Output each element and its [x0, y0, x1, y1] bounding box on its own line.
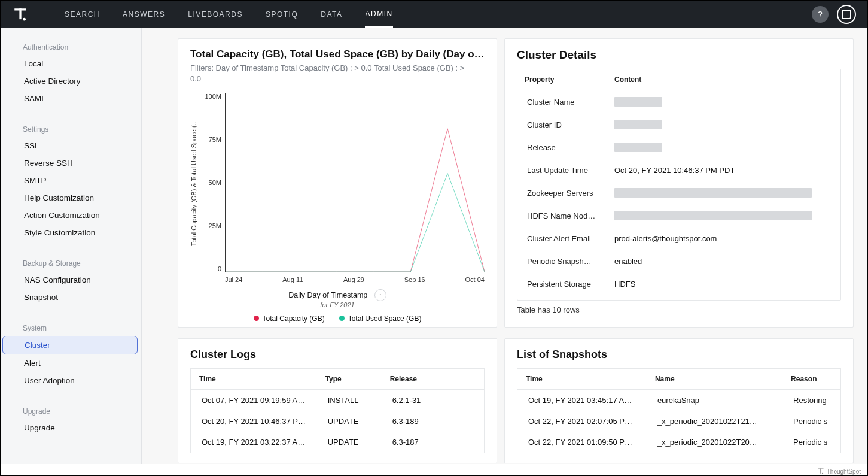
help-button[interactable]: ? — [812, 6, 829, 23]
logs-table: TimeTypeRelease Oct 07, FY 2021 09:19:59… — [190, 368, 485, 453]
sidebar-item-nas-configuration[interactable]: NAS Configuration — [2, 271, 138, 289]
snaps-cell: _x_periodic_20201022T20… — [647, 432, 782, 453]
table-row[interactable]: Oct 19, FY 2021 03:45:17 A…eurekaSnapRes… — [517, 390, 841, 411]
details-property: Zookeeper Servers — [517, 184, 607, 202]
details-row: Persistent StorageHDFS — [517, 272, 840, 295]
legend-item[interactable]: Total Capacity (GB) — [254, 314, 325, 323]
xtick: Oct 04 — [465, 276, 485, 283]
logs-cell: Oct 20, FY 2021 10:46:37 P… — [191, 411, 317, 432]
footer-logo-icon — [817, 468, 824, 475]
details-row: Release — [517, 136, 840, 159]
details-header-content: Content — [607, 69, 840, 90]
svg-point-2 — [23, 18, 26, 21]
sidebar-item-help-customization[interactable]: Help Customization — [2, 189, 138, 207]
snaps-cell: Restoring — [782, 390, 840, 411]
sidebar-item-smtp[interactable]: SMTP — [2, 172, 138, 189]
snaps-header[interactable]: Name — [647, 369, 782, 390]
sort-ascending-icon[interactable]: ↑ — [374, 289, 386, 301]
nav-item-data[interactable]: DATA — [321, 1, 342, 28]
sidebar-item-style-customization[interactable]: Style Customization — [2, 224, 138, 241]
redacted-block — [614, 97, 662, 107]
svg-rect-1 — [19, 8, 21, 19]
sidebar-item-action-customization[interactable]: Action Customization — [2, 207, 138, 224]
sidebar-item-local[interactable]: Local — [2, 55, 138, 72]
sidebar-group-header: System — [1, 319, 141, 336]
details-content: prod-alerts@thoughtspot.com — [607, 229, 840, 248]
chart-xlabel-row: Daily Day of Timestamp ↑ — [190, 289, 485, 301]
xtick: Sep 16 — [404, 276, 425, 283]
details-property: Cluster ID — [517, 116, 607, 134]
sidebar-item-reverse-ssh[interactable]: Reverse SSH — [2, 154, 138, 172]
ytick: 50M — [200, 179, 221, 186]
sidebar-item-saml[interactable]: SAML — [2, 90, 138, 107]
details-content — [607, 115, 840, 134]
snapshots-card: List of Snapshots TimeNameReason Oct 19,… — [504, 338, 854, 463]
chart-legend: Total Capacity (GB)Total Used Space (GB) — [190, 314, 485, 323]
footer-brand: ThoughtSpot — [817, 468, 861, 475]
cluster-details-card: Cluster Details Property Content Cluster… — [504, 38, 854, 328]
logs-cell: INSTALL — [317, 390, 382, 411]
svg-rect-4 — [820, 469, 821, 474]
logs-cell: Oct 19, FY 2021 03:22:37 A… — [191, 432, 317, 453]
legend-item[interactable]: Total Used Space (GB) — [339, 314, 422, 323]
table-row[interactable]: Oct 22, FY 2021 02:07:05 P…_x_periodic_2… — [517, 411, 841, 432]
ytick: 100M — [200, 93, 221, 100]
details-property: Periodic Snapsh… — [517, 252, 607, 271]
details-row: Periodic Snapsh…enabled — [517, 250, 840, 272]
logs-cell: 6.3-187 — [382, 432, 485, 453]
sidebar-item-ssl[interactable]: SSL — [2, 137, 138, 154]
chart-ylabel: Total Capacity (GB) & Total Used Space (… — [190, 93, 200, 272]
logs-header[interactable]: Time — [191, 369, 317, 390]
logs-cell: Oct 07, FY 2021 09:19:59 A… — [191, 390, 317, 411]
chart-xticks: Jul 24Aug 11Aug 29Sep 16Oct 04 — [225, 276, 485, 283]
sidebar-item-upgrade[interactable]: Upgrade — [2, 419, 138, 436]
details-content — [607, 183, 840, 202]
table-row[interactable]: Oct 22, FY 2021 01:09:50 P…_x_periodic_2… — [517, 432, 841, 453]
sidebar-item-snapshot[interactable]: Snapshot — [2, 289, 138, 306]
avatar-icon — [842, 10, 851, 19]
user-avatar[interactable] — [837, 5, 856, 24]
table-row[interactable]: Oct 19, FY 2021 03:22:37 A…UPDATE6.3-187 — [191, 432, 485, 453]
chart-xlabel-sub: for FY 2021 — [190, 301, 485, 308]
chart-plot[interactable] — [225, 93, 485, 272]
logs-header[interactable]: Type — [317, 369, 382, 390]
sidebar-item-alert[interactable]: Alert — [2, 354, 138, 372]
details-property: HDFS Name Nod… — [517, 207, 607, 225]
legend-dot-icon — [254, 316, 259, 321]
details-content — [607, 206, 840, 225]
xtick: Jul 24 — [225, 276, 242, 283]
footer-brand-text: ThoughtSpot — [827, 468, 861, 475]
details-property: Cluster Name — [517, 93, 607, 111]
ytick: 75M — [200, 136, 221, 143]
nav-item-spotiq[interactable]: SPOTIQ — [266, 1, 298, 28]
chart-title: Total Capacity (GB), Total Used Space (G… — [190, 48, 485, 60]
nav-item-liveboards[interactable]: LIVEBOARDS — [188, 1, 243, 28]
nav-item-answers[interactable]: ANSWERS — [123, 1, 165, 28]
snaps-cell: Periodic s — [782, 432, 840, 453]
nav-item-search[interactable]: SEARCH — [65, 1, 100, 28]
brand-logo-icon[interactable] — [12, 6, 29, 23]
svg-point-5 — [822, 473, 823, 474]
sidebar-group-header: Upgrade — [1, 402, 141, 419]
sidebar-item-user-adoption[interactable]: User Adoption — [2, 372, 138, 389]
snaps-header[interactable]: Reason — [782, 369, 840, 390]
table-row[interactable]: Oct 20, FY 2021 10:46:37 P…UPDATE6.3-189 — [191, 411, 485, 432]
ytick: 25M — [200, 222, 221, 229]
snaps-cell: Oct 19, FY 2021 03:45:17 A… — [517, 390, 647, 411]
sidebar-item-active-directory[interactable]: Active Directory — [2, 72, 138, 90]
nav-item-admin[interactable]: ADMIN — [365, 1, 392, 28]
legend-dot-icon — [339, 316, 345, 321]
details-property: Cluster Alert Email — [517, 229, 607, 248]
cluster-logs-card: Cluster Logs TimeTypeRelease Oct 07, FY … — [178, 338, 497, 463]
xtick: Aug 29 — [343, 276, 364, 283]
logs-header[interactable]: Release — [382, 369, 485, 390]
snaps-header[interactable]: Time — [517, 369, 647, 390]
details-row: Cluster Alert Emailprod-alerts@thoughtsp… — [517, 227, 840, 250]
details-row: Cluster ID — [517, 113, 840, 136]
chart-yticks: 100M75M50M25M0 — [200, 93, 225, 272]
snaps-cell: Periodic s — [782, 411, 840, 432]
details-header-property: Property — [517, 69, 607, 90]
sidebar-item-cluster[interactable]: Cluster — [2, 336, 138, 354]
snaps-cell: eurekaSnap — [647, 390, 782, 411]
table-row[interactable]: Oct 07, FY 2021 09:19:59 A…INSTALL6.2.1-… — [191, 390, 485, 411]
